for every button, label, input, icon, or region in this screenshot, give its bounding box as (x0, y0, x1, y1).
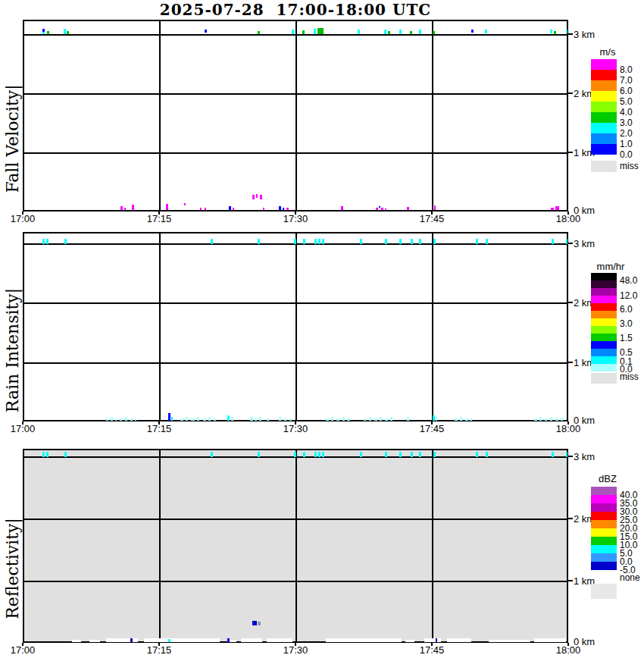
data-mark (258, 31, 260, 34)
legend-color-band (591, 495, 617, 503)
y-axis-tick (568, 92, 573, 94)
data-mark (42, 32, 45, 34)
legend-label: 1.0 (620, 139, 633, 149)
data-mark (385, 239, 387, 244)
data-mark (486, 239, 488, 244)
data-mark (46, 452, 48, 457)
legend-miss-label: none (620, 573, 640, 582)
legend-label: 5.0 (620, 97, 633, 106)
data-mark (539, 417, 542, 421)
data-mark (144, 638, 220, 642)
data-mark (433, 452, 436, 457)
x-axis-tick (158, 421, 160, 425)
data-mark (385, 418, 388, 421)
legend-color-band (591, 341, 617, 349)
x-axis-tick (158, 212, 160, 215)
data-mark (317, 28, 324, 34)
y-axis-tick (568, 302, 573, 303)
data-mark (252, 195, 255, 199)
legend-label: 4.0 (620, 108, 633, 117)
data-mark (211, 239, 213, 244)
legend-color-band (591, 334, 617, 341)
legend-color-band (591, 133, 617, 144)
gridline (159, 450, 161, 641)
data-mark (64, 239, 67, 244)
data-mark (46, 239, 48, 244)
y-axis-tick (568, 362, 573, 363)
x-axis-tick (22, 212, 23, 215)
data-mark (227, 415, 230, 421)
legend-miss-band (591, 584, 617, 599)
km-label: 0 km (574, 415, 595, 425)
x-tick-label: 17:15 (147, 424, 172, 434)
data-mark (168, 413, 170, 421)
chart-title: 2025-07-28 17:00-18:00 UTC (23, 1, 568, 19)
data-mark (424, 638, 441, 642)
panel-label-rain-intensity: Rain Intensity| (3, 288, 22, 412)
y-axis-tick (568, 456, 573, 457)
legend-color-band (591, 364, 617, 371)
x-axis-tick (295, 212, 296, 215)
data-mark (411, 239, 413, 244)
data-mark (550, 417, 552, 421)
data-mark (555, 418, 558, 421)
data-mark (208, 417, 211, 421)
legend-color-band (591, 59, 617, 70)
data-mark (289, 418, 292, 421)
data-mark (314, 452, 317, 457)
x-tick-label: 17:00 (11, 645, 36, 655)
data-mark (336, 418, 339, 421)
data-mark (72, 640, 81, 642)
data-mark (411, 452, 413, 457)
legend-miss-band (591, 161, 617, 172)
legend-miss-label: miss (620, 161, 639, 171)
data-mark (211, 452, 213, 457)
data-mark (294, 239, 296, 244)
data-mark (168, 639, 170, 642)
x-axis-tick (431, 643, 433, 646)
legend-color-band (591, 144, 617, 155)
data-mark (545, 418, 547, 421)
data-mark (374, 418, 377, 421)
data-mark (399, 452, 402, 457)
legend-label: 8.0 (620, 65, 633, 74)
data-mark (205, 30, 207, 33)
data-mark (561, 418, 563, 421)
data-mark (267, 638, 292, 642)
data-mark (419, 452, 421, 457)
legend-label: 12.0 (620, 291, 637, 300)
data-mark (132, 205, 134, 210)
data-mark (470, 418, 472, 421)
data-mark (566, 30, 567, 33)
data-mark (279, 206, 281, 210)
legend-label: 3.0 (620, 118, 633, 127)
data-mark (419, 30, 421, 34)
data-mark (326, 638, 402, 642)
data-mark (347, 418, 350, 421)
x-tick-label: 17:00 (11, 424, 36, 434)
legend-label: 2.0 (620, 129, 633, 138)
data-mark (381, 208, 383, 210)
gridline (159, 21, 161, 210)
data-mark (64, 29, 66, 34)
legend-label: 1.5 (620, 334, 633, 343)
data-mark (227, 638, 230, 642)
data-mark (259, 417, 261, 421)
data-mark (322, 452, 324, 457)
data-mark (286, 208, 289, 210)
data-mark (64, 452, 67, 457)
data-mark (120, 206, 123, 210)
gridline (432, 233, 433, 420)
data-mark (407, 417, 409, 421)
data-mark (342, 417, 345, 421)
x-axis-tick (22, 421, 23, 425)
data-mark (42, 452, 45, 457)
data-mark (124, 208, 126, 210)
legend-title: mm/hr (597, 262, 625, 271)
data-mark (229, 206, 231, 210)
data-mark (314, 29, 316, 34)
data-mark (485, 30, 487, 33)
legend-color-band (591, 553, 617, 562)
km-label: 0 km (574, 205, 595, 215)
legend-color-band (591, 520, 617, 528)
